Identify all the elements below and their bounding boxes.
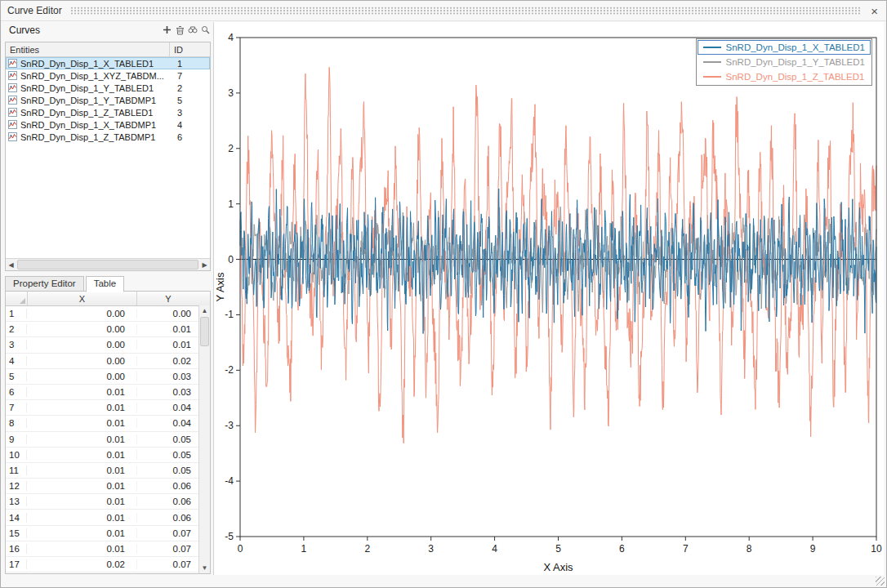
x-value[interactable]: 0.00 bbox=[27, 324, 137, 334]
x-value[interactable]: 0.02 bbox=[27, 559, 137, 569]
x-value[interactable]: 0.01 bbox=[27, 481, 137, 491]
y-value[interactable]: 0.05 bbox=[137, 450, 199, 460]
table-row[interactable]: 10.000.00 bbox=[6, 306, 210, 322]
svg-text:-5: -5 bbox=[225, 531, 234, 542]
drag-handle-texture[interactable] bbox=[70, 7, 862, 15]
y-value[interactable]: 0.02 bbox=[137, 356, 199, 366]
scroll-up-icon[interactable]: ▲ bbox=[199, 305, 210, 316]
svg-text:1: 1 bbox=[228, 198, 234, 210]
x-value[interactable]: 0.01 bbox=[27, 497, 137, 506]
find-icon[interactable] bbox=[187, 24, 198, 35]
svg-text:9: 9 bbox=[810, 543, 816, 555]
scroll-right-icon[interactable]: ▶ bbox=[199, 260, 210, 270]
y-value[interactable]: 0.06 bbox=[137, 497, 199, 506]
legend-item[interactable]: SnRD_Dyn_Disp_1_Y_TABLED1 bbox=[698, 55, 871, 69]
title-bar[interactable]: Curve Editor × bbox=[1, 1, 886, 21]
scroll-down-icon[interactable]: ▼ bbox=[199, 563, 210, 573]
y-value[interactable]: 0.07 bbox=[137, 559, 199, 569]
table-row[interactable]: 180.020.07 bbox=[6, 572, 210, 574]
list-item[interactable]: SnRD_Dyn_Disp_1_X_TABLED11 bbox=[6, 57, 210, 69]
y-value[interactable]: 0.05 bbox=[137, 466, 199, 475]
y-value[interactable]: 0.07 bbox=[137, 544, 199, 554]
table-row[interactable]: 120.010.06 bbox=[6, 479, 210, 494]
y-column-header[interactable]: Y bbox=[137, 292, 199, 305]
y-value[interactable]: 0.03 bbox=[137, 372, 199, 381]
vertical-scroll-thumb[interactable] bbox=[200, 317, 209, 346]
y-value[interactable]: 0.06 bbox=[137, 481, 199, 491]
list-item[interactable]: SnRD_Dyn_Disp_1_X_TABDMP14 bbox=[6, 118, 210, 131]
table-row[interactable]: 50.000.03 bbox=[6, 369, 210, 385]
list-item[interactable]: SnRD_Dyn_Disp_1_Z_TABDMP16 bbox=[6, 131, 210, 143]
table-row[interactable]: 170.020.07 bbox=[6, 557, 210, 572]
x-value[interactable]: 0.01 bbox=[27, 513, 137, 523]
table-row[interactable]: 30.000.01 bbox=[6, 337, 210, 353]
x-value[interactable]: 0.00 bbox=[27, 356, 137, 366]
x-value[interactable]: 0.00 bbox=[27, 309, 137, 318]
vertical-scrollbar[interactable]: ▲ ▼ bbox=[198, 305, 210, 573]
x-column-header[interactable]: X bbox=[28, 292, 137, 305]
table-row[interactable]: 100.010.05 bbox=[6, 448, 210, 463]
row-number: 17 bbox=[6, 559, 27, 569]
x-value[interactable]: 0.01 bbox=[27, 434, 137, 444]
entity-id: 3 bbox=[173, 108, 210, 118]
entity-label: SnRD_Dyn_Disp_1_X_TABDMP1 bbox=[20, 120, 173, 130]
table-row[interactable]: 40.000.02 bbox=[6, 354, 210, 369]
list-item[interactable]: SnRD_Dyn_Disp_1_Z_TABLED13 bbox=[6, 106, 210, 118]
entity-label: SnRD_Dyn_Disp_1_Z_TABDMP1 bbox=[20, 132, 173, 142]
y-value[interactable]: 0.05 bbox=[137, 434, 199, 444]
y-value[interactable]: 0.03 bbox=[137, 387, 199, 397]
x-value[interactable]: 0.01 bbox=[27, 418, 137, 428]
legend-item[interactable]: SnRD_Dyn_Disp_1_X_TABLED1 bbox=[698, 40, 871, 55]
horizontal-scroll-thumb[interactable] bbox=[17, 260, 198, 270]
entity-id: 2 bbox=[173, 83, 210, 93]
table-row[interactable]: 80.010.04 bbox=[6, 416, 210, 431]
id-column-header[interactable]: ID bbox=[169, 42, 210, 56]
scroll-left-icon[interactable]: ◀ bbox=[6, 260, 16, 270]
row-number: 10 bbox=[6, 450, 27, 460]
table-row[interactable]: 90.010.05 bbox=[6, 432, 210, 448]
table-row[interactable]: 20.000.01 bbox=[6, 322, 210, 337]
y-value[interactable]: 0.04 bbox=[137, 403, 199, 412]
list-item[interactable]: SnRD_Dyn_Disp_1_XYZ_TABDM...7 bbox=[6, 69, 210, 82]
y-value[interactable]: 0.01 bbox=[137, 324, 199, 334]
x-value[interactable]: 0.01 bbox=[27, 528, 137, 538]
delete-curve-icon[interactable] bbox=[175, 24, 185, 35]
table-row[interactable]: 160.010.07 bbox=[6, 541, 210, 557]
x-value[interactable]: 0.01 bbox=[27, 450, 137, 460]
table-row[interactable]: 70.010.04 bbox=[6, 400, 210, 416]
horizontal-scrollbar[interactable]: ◀ ▶ bbox=[6, 258, 210, 270]
list-item[interactable]: SnRD_Dyn_Disp_1_Y_TABDMP15 bbox=[6, 94, 210, 106]
y-value[interactable]: 0.07 bbox=[137, 528, 199, 538]
entity-id: 4 bbox=[173, 120, 210, 130]
x-value[interactable]: 0.01 bbox=[27, 387, 137, 397]
table-row[interactable]: 150.010.07 bbox=[6, 526, 210, 541]
tab-table[interactable]: Table bbox=[86, 276, 125, 292]
row-number: 3 bbox=[6, 340, 27, 350]
y-value[interactable]: 0.06 bbox=[137, 513, 199, 523]
table-corner-cell[interactable] bbox=[6, 292, 28, 305]
legend-item[interactable]: SnRD_Dyn_Disp_1_Z_TABLED1 bbox=[698, 69, 871, 84]
table-row[interactable]: 110.010.05 bbox=[6, 463, 210, 479]
legend-label: SnRD_Dyn_Disp_1_Y_TABLED1 bbox=[726, 57, 865, 67]
resize-grip[interactable] bbox=[876, 577, 885, 586]
tab-property-editor[interactable]: Property Editor bbox=[5, 276, 84, 292]
y-value[interactable]: 0.04 bbox=[137, 418, 199, 428]
y-value[interactable]: 0.00 bbox=[137, 309, 199, 318]
x-value[interactable]: 0.01 bbox=[27, 544, 137, 554]
table-row[interactable]: 130.010.06 bbox=[6, 494, 210, 510]
search-icon[interactable] bbox=[200, 24, 211, 35]
row-number: 6 bbox=[6, 387, 27, 397]
x-value[interactable]: 0.00 bbox=[27, 372, 137, 381]
plot-area[interactable]: 012345678910-5-4-3-2-101234X AxisY Axis … bbox=[213, 22, 884, 575]
y-value[interactable]: 0.01 bbox=[137, 340, 199, 350]
x-value[interactable]: 0.01 bbox=[27, 466, 137, 475]
table-row[interactable]: 60.010.03 bbox=[6, 385, 210, 400]
add-curve-icon[interactable] bbox=[162, 24, 172, 35]
table-row[interactable]: 140.010.06 bbox=[6, 510, 210, 525]
x-value[interactable]: 0.00 bbox=[27, 340, 137, 350]
list-item[interactable]: SnRD_Dyn_Disp_1_Y_TABLED12 bbox=[6, 82, 210, 94]
entities-column-header[interactable]: Entities bbox=[6, 45, 169, 55]
curve-icon bbox=[8, 83, 19, 92]
x-value[interactable]: 0.01 bbox=[27, 403, 137, 412]
close-icon[interactable]: × bbox=[869, 5, 880, 17]
